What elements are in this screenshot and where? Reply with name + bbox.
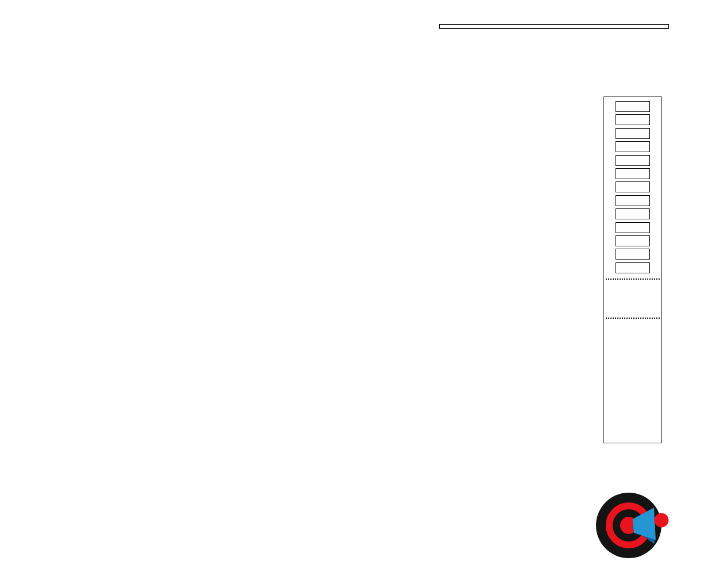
legend-chip-IV-V: [616, 168, 650, 179]
legend-chip-II: [616, 114, 650, 125]
legend-chip-VIII: [616, 262, 650, 273]
legend-separator-1: [606, 278, 660, 280]
legend-chip-III-IV: [616, 141, 650, 152]
legend-chip-V: [616, 181, 650, 192]
questionnaire-size-1-2: [605, 285, 632, 293]
watermark-question-badge: [655, 513, 669, 528]
questionnaire-size-50plus: [633, 295, 660, 314]
earthquake-info-box: [439, 24, 669, 29]
questionnaire-size-3-9: [633, 283, 660, 293]
haisentitoilterremoto-watermark: [0, 0, 669, 558]
legend-panel: [603, 96, 662, 443]
questionnaire-size-10-49: [605, 299, 632, 314]
legend-chip-VI-VII: [616, 222, 650, 233]
legend-separator-2: [606, 318, 660, 319]
legend-chip-VII: [616, 235, 650, 246]
legend-chip-III: [616, 128, 650, 139]
legend-chip-na: [616, 101, 650, 112]
legend-chip-IV: [616, 155, 650, 166]
legend-chip-V-VI: [616, 195, 650, 206]
legend-chip-VII-VIII: [616, 249, 650, 260]
macroseismic-map: [0, 0, 720, 588]
epicenter-legend-star-icon: [624, 322, 641, 338]
legend-chip-VI: [616, 208, 650, 219]
